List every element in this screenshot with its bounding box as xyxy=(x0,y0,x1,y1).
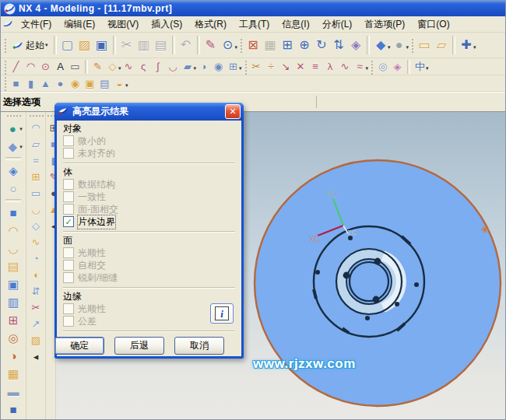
extrude-group[interactable]: ▰▾ xyxy=(181,59,197,74)
trim-curve-icon[interactable]: ✂ xyxy=(249,60,264,74)
divide-curve-icon[interactable]: ÷ xyxy=(264,60,279,74)
bridge-surface-icon[interactable]: ◡ xyxy=(28,201,44,218)
block-tool-icon[interactable]: ■ xyxy=(5,204,22,222)
title-bar[interactable]: NX 4 - Modeling - [11.17mbv.prt] xyxy=(1,1,505,16)
studio-surface-icon[interactable]: ∿ xyxy=(28,234,44,250)
cylinder-feature-icon[interactable]: ▮ xyxy=(23,76,38,90)
pan-view-icon[interactable]: ⇅ xyxy=(330,36,347,54)
extension-surface-icon[interactable]: ↗ xyxy=(28,316,44,332)
checkbox-row-tiny[interactable]: 微小的 xyxy=(63,135,235,147)
text-icon[interactable]: A xyxy=(53,60,68,74)
block-feature-icon[interactable]: ■ xyxy=(9,76,23,90)
wireframe-view-icon[interactable]: ○ xyxy=(5,180,22,198)
dialog-titlebar[interactable]: 高亮显示结果 ✕ xyxy=(54,103,244,121)
quilt-surface-icon[interactable]: ▨ xyxy=(28,332,44,348)
dropdown-icon[interactable]: ▾ xyxy=(19,144,23,150)
dropdown-icon[interactable]: ▾ xyxy=(239,65,242,71)
checkbox-row-misaligned[interactable]: 未对齐的 xyxy=(63,147,235,159)
copy-icon[interactable]: ▥ xyxy=(135,36,153,54)
pipe-tool-icon[interactable]: ◑ xyxy=(5,347,22,365)
sheet-flange-icon[interactable]: ◡ xyxy=(5,240,22,257)
dropdown-icon[interactable]: ▾ xyxy=(366,65,369,71)
menu-insert[interactable]: 插入(S) xyxy=(146,16,188,33)
smooth-curve-group[interactable]: ≈▾ xyxy=(353,59,369,74)
pages-tool-icon[interactable]: ▥ xyxy=(5,293,22,311)
point-icon[interactable]: ⊙ xyxy=(38,60,53,74)
offset-surface-icon[interactable]: ⇵ xyxy=(28,283,44,299)
wcs-orient-group[interactable]: 中▾ xyxy=(413,59,429,74)
trimmed-sheet-icon[interactable]: ✂ xyxy=(28,299,44,316)
display-mode-icon[interactable]: ◆ xyxy=(4,138,21,156)
joint-tool-icon[interactable]: ⊞ xyxy=(5,311,22,329)
pencil-edit-icon[interactable]: ✎ xyxy=(202,36,220,54)
swept-surface-icon[interactable]: ◠ xyxy=(28,120,44,136)
toolbar-grip[interactable] xyxy=(244,59,248,75)
curve-mesh-icon[interactable]: ⊞ xyxy=(28,169,44,185)
display-mode-group[interactable]: ◆▾ xyxy=(4,138,23,156)
checkbox-misaligned[interactable] xyxy=(63,148,74,159)
menu-tools[interactable]: 工具(T) xyxy=(234,16,275,33)
back-button[interactable]: 后退 xyxy=(114,337,164,355)
law-curve-icon[interactable]: λ xyxy=(323,60,338,74)
object-info-icon[interactable]: ⊙ xyxy=(220,36,237,54)
smooth-curve-icon[interactable]: ≈ xyxy=(353,60,367,74)
dropdown-icon[interactable]: ▾ xyxy=(426,65,429,71)
cut-icon[interactable]: ✂ xyxy=(118,36,135,54)
cone-feature-icon[interactable]: ▲ xyxy=(38,76,53,90)
zoom-in-out-icon[interactable]: ⊕ xyxy=(296,36,313,54)
toolbar-grip[interactable] xyxy=(370,59,374,75)
round-box-icon[interactable]: ▦ xyxy=(5,365,22,383)
intersect-curve-icon[interactable]: ✕ xyxy=(293,60,308,74)
instance-feature-icon[interactable]: ◎ xyxy=(375,60,390,74)
hole-icon[interactable]: ◉ xyxy=(211,60,226,74)
cancel-button[interactable]: 取消 xyxy=(174,337,224,355)
pad-feature-icon[interactable]: ▤ xyxy=(97,76,112,90)
selection-filter-group[interactable]: ●▾ xyxy=(4,120,23,138)
orient-view-icon[interactable]: ● xyxy=(391,36,408,54)
dropdown-icon[interactable]: ▾ xyxy=(473,44,476,50)
project-curve-icon[interactable]: ↘ xyxy=(279,60,293,74)
dropdown-icon[interactable]: ▾ xyxy=(406,44,409,50)
collapse-toolbar-icon[interactable]: ◂ xyxy=(28,348,44,365)
close-button[interactable]: ✕ xyxy=(225,104,241,119)
checkbox-row-consistency[interactable]: 一致性 xyxy=(63,191,235,203)
extrude-icon[interactable]: ▰ xyxy=(181,60,195,74)
checkbox-data-structures[interactable] xyxy=(63,179,74,190)
toolbar-grip[interactable] xyxy=(3,59,7,75)
format-layout-icon[interactable]: ▱ xyxy=(433,36,450,54)
arc-icon[interactable]: ◠ xyxy=(23,60,38,74)
section-surface-icon[interactable]: ◔ xyxy=(28,250,44,267)
checkbox-sheet-boundary[interactable]: ✓ xyxy=(63,216,74,227)
paste-icon[interactable]: ▤ xyxy=(153,36,170,54)
offset-curve-icon[interactable]: ≡ xyxy=(308,60,323,74)
box-open-icon[interactable]: ▤ xyxy=(5,257,22,275)
toolbar-grip[interactable] xyxy=(5,114,21,118)
bounded-plane-icon[interactable]: ▭ xyxy=(28,185,44,201)
save-part-icon[interactable]: ▣ xyxy=(93,36,111,54)
rectangle-icon[interactable]: ▭ xyxy=(68,60,83,74)
checkbox-spikes-cuts[interactable] xyxy=(63,272,74,283)
pocket-feature-icon[interactable]: ▣ xyxy=(83,76,97,90)
checkbox-edge-smoothness[interactable] xyxy=(63,303,74,314)
fit-spline-icon[interactable]: ∫ xyxy=(151,60,166,74)
menu-view[interactable]: 视图(V) xyxy=(102,16,144,33)
selection-filter-icon[interactable]: ● xyxy=(4,120,21,138)
menu-preferences[interactable]: 首选项(P) xyxy=(359,16,410,33)
boss-feature-icon[interactable]: ◉ xyxy=(68,76,83,90)
datum-plane-group[interactable]: ◇▾ xyxy=(105,59,121,74)
mirror-feature-icon[interactable]: ◈ xyxy=(390,60,405,74)
menu-analysis[interactable]: 分析(L) xyxy=(317,16,358,33)
start-button[interactable]: 起始▾ xyxy=(9,37,51,54)
n-sided-surface-icon[interactable]: ◇ xyxy=(28,218,44,234)
simplify-curve-icon[interactable]: ∿ xyxy=(338,60,353,74)
menu-window[interactable]: 窗口(O) xyxy=(412,16,455,33)
toolbar-grip[interactable] xyxy=(28,114,44,118)
checkbox-row-data-structures[interactable]: 数据结构 xyxy=(63,178,235,191)
checkbox-row-face-face-intersection[interactable]: 面-面相交 xyxy=(63,203,235,215)
dropdown-icon[interactable]: ▾ xyxy=(125,82,128,88)
undo-icon[interactable]: ↶ xyxy=(177,36,195,54)
checkbox-row-sheet-boundary[interactable]: ✓ 片体边界 xyxy=(63,215,235,228)
shaded-display-icon[interactable]: ◆ xyxy=(372,36,389,54)
sphere-feature-icon[interactable]: ● xyxy=(53,76,68,90)
toolbar-grip[interactable] xyxy=(3,75,7,91)
